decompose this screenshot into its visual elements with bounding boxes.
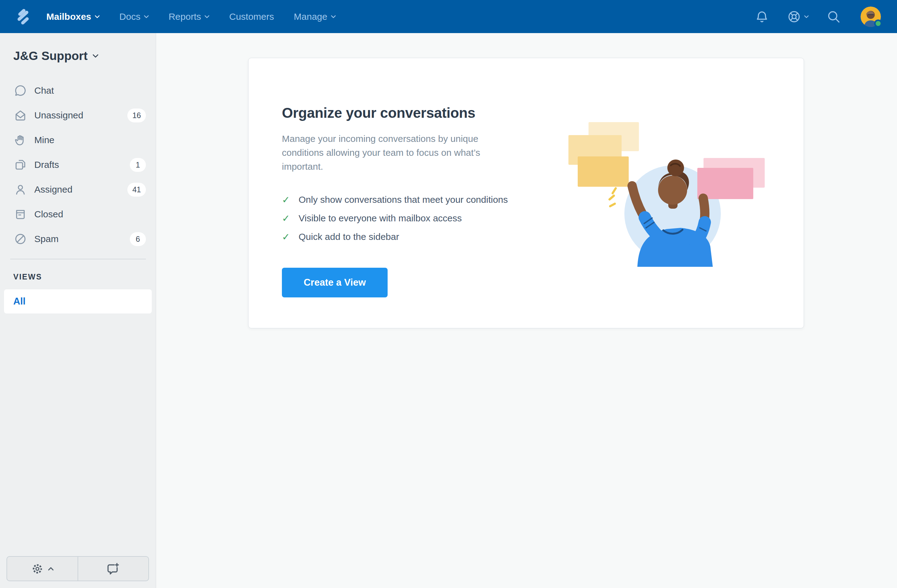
folder-label: Assigned (34, 184, 72, 195)
card-title: Organize your conversations (282, 104, 535, 121)
check-icon: ✓ (282, 194, 291, 205)
sidebar-divider (10, 259, 146, 259)
check-icon: ✓ (282, 231, 291, 243)
nav-label: Manage (294, 11, 328, 22)
chat-bubble-icon (14, 84, 27, 97)
sidebar-item-unassigned[interactable]: Unassigned 16 (0, 103, 156, 128)
organize-cards-illustration (567, 121, 771, 267)
folder-label: Spam (34, 234, 58, 244)
nav-label: Reports (168, 11, 201, 22)
feature-text: Visible to everyone with mailbox access (298, 213, 462, 224)
sidebar-item-chat[interactable]: Chat (0, 78, 156, 103)
helpscout-app: Mailboxes Docs Reports Customers Manage (0, 0, 897, 588)
folder-label: Closed (34, 209, 63, 219)
main-content: Organize your conversations Manage your … (156, 33, 897, 588)
card-text-column: Organize your conversations Manage your … (282, 104, 535, 297)
primary-nav: Mailboxes Docs Reports Customers Manage (46, 11, 355, 22)
chevron-down-icon (205, 15, 209, 18)
sidebar-footer-bar (6, 556, 149, 581)
sidebar-item-drafts[interactable]: Drafts 1 (0, 152, 156, 177)
chevron-down-icon (95, 15, 99, 18)
sidebar-item-spam[interactable]: Spam 6 (0, 227, 156, 251)
feature-item: ✓ Visible to everyone with mailbox acces… (282, 209, 535, 228)
nav-item-mailboxes[interactable]: Mailboxes (46, 11, 99, 22)
new-conversation-button[interactable] (78, 557, 148, 580)
lifebuoy-icon (787, 9, 801, 24)
view-item-all[interactable]: All (4, 289, 152, 314)
open-envelope-icon (14, 109, 27, 122)
blocked-circle-icon (14, 233, 27, 245)
folder-count-badge: 41 (127, 183, 146, 197)
person-icon (14, 183, 27, 196)
feature-list: ✓ Only show conversations that meet your… (282, 190, 535, 246)
search-icon[interactable] (827, 9, 841, 24)
folder-count-badge: 16 (127, 109, 146, 122)
mailbox-name: J&G Support (13, 49, 88, 63)
folder-label: Drafts (34, 159, 59, 170)
sidebar-item-closed[interactable]: Closed (0, 202, 156, 227)
helpscout-logo-icon[interactable] (15, 8, 32, 25)
folder-label: Chat (34, 85, 54, 96)
new-conversation-icon (106, 562, 120, 576)
notifications-bell-icon[interactable] (755, 9, 769, 24)
organize-conversations-card: Organize your conversations Manage your … (248, 58, 804, 328)
folder-list: Chat Unassigned 16 Mine (0, 78, 156, 251)
nav-right-actions (755, 6, 881, 27)
nav-item-reports[interactable]: Reports (168, 11, 209, 22)
mailbox-sidebar: J&G Support Chat Unassigned 16 (0, 33, 156, 588)
views-section-heading: VIEWS (13, 273, 156, 281)
feature-text: Quick add to the sidebar (298, 231, 399, 242)
nav-item-manage[interactable]: Manage (294, 11, 336, 22)
chevron-down-icon (804, 15, 808, 18)
card-description: Manage your incoming conversations by un… (282, 132, 520, 173)
nav-label: Docs (119, 11, 140, 22)
sidebar-item-assigned[interactable]: Assigned 41 (0, 177, 156, 202)
online-status-dot (874, 20, 882, 28)
feature-text: Only show conversations that meet your c… (298, 194, 508, 205)
nav-item-customers[interactable]: Customers (229, 11, 274, 22)
feature-item: ✓ Quick add to the sidebar (282, 228, 535, 246)
nav-label: Customers (229, 11, 274, 22)
help-lifebuoy-menu[interactable] (787, 9, 808, 24)
check-icon: ✓ (282, 213, 291, 224)
nav-item-docs[interactable]: Docs (119, 11, 148, 22)
mailbox-switcher[interactable]: J&G Support (0, 33, 156, 63)
nav-label: Mailboxes (46, 11, 91, 22)
chevron-down-icon (144, 15, 148, 18)
chevron-down-icon (331, 15, 336, 18)
top-navigation-bar: Mailboxes Docs Reports Customers Manage (0, 0, 897, 33)
chevron-down-icon (93, 54, 98, 58)
user-avatar[interactable] (860, 6, 881, 27)
feature-item: ✓ Only show conversations that meet your… (282, 190, 535, 209)
folder-count-badge: 6 (130, 232, 146, 246)
view-label: All (13, 296, 26, 307)
folder-label: Unassigned (34, 110, 83, 121)
sidebar-item-mine[interactable]: Mine (0, 128, 156, 152)
create-view-button[interactable]: Create a View (282, 268, 387, 297)
gear-icon (31, 562, 44, 575)
chevron-up-icon (48, 567, 54, 571)
folder-count-badge: 1 (130, 158, 146, 172)
hand-icon (14, 133, 27, 147)
folder-label: Mine (34, 135, 54, 145)
pages-copy-icon (14, 158, 27, 171)
mailbox-settings-button[interactable] (7, 557, 78, 580)
archive-box-icon (14, 208, 27, 221)
